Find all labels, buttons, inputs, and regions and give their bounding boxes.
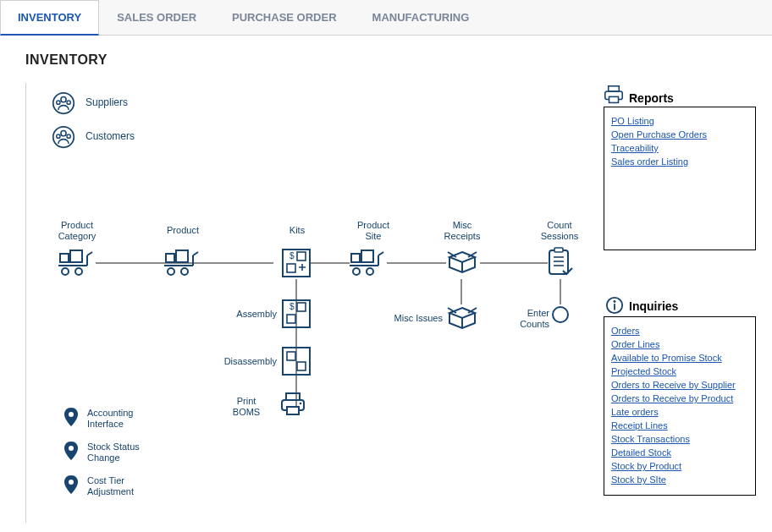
report-link[interactable]: Open Purchase Orders <box>611 129 748 140</box>
label-assembly: Assembly <box>218 309 277 320</box>
people-icon <box>52 125 75 149</box>
svg-rect-9 <box>70 250 82 262</box>
svg-marker-44 <box>449 308 475 318</box>
open-box-icon[interactable] <box>446 304 478 333</box>
inquiry-link[interactable]: Projected Stock <box>611 366 748 376</box>
report-link[interactable]: Sales order Listing <box>611 156 748 167</box>
svg-point-7 <box>67 134 70 138</box>
label-stock-status-change[interactable]: Stock Status Change <box>87 442 163 463</box>
svg-text:$: $ <box>290 251 295 261</box>
inquiry-link[interactable]: Late orders <box>611 407 748 417</box>
svg-point-27 <box>353 268 360 275</box>
svg-point-6 <box>57 134 60 138</box>
pin-icon[interactable] <box>63 408 79 426</box>
connector <box>295 279 297 406</box>
svg-rect-36 <box>287 315 295 323</box>
svg-point-28 <box>367 268 373 275</box>
inquiry-link[interactable]: Detailed Stock <box>611 447 748 458</box>
svg-rect-55 <box>287 407 299 414</box>
svg-rect-65 <box>614 304 615 310</box>
cart-icon[interactable] <box>164 249 201 277</box>
svg-point-64 <box>614 300 616 303</box>
label-misc-issues: Misc Issues <box>385 313 443 324</box>
inquiry-link[interactable]: Receipt Lines <box>611 420 748 431</box>
inquiry-link[interactable]: Order Lines <box>611 339 748 349</box>
svg-rect-39 <box>297 362 306 370</box>
tab-inventory[interactable]: INVENTORY <box>0 0 99 36</box>
svg-rect-15 <box>166 254 174 262</box>
label-product-category: Product Category <box>52 220 102 241</box>
svg-rect-60 <box>609 86 620 91</box>
connector <box>480 262 548 264</box>
inquiry-link[interactable]: Available to Promise Stock <box>611 353 748 363</box>
circle-icon[interactable] <box>552 306 569 323</box>
svg-text:$: $ <box>290 302 295 311</box>
inquiry-link[interactable]: Stock by Product <box>611 461 748 471</box>
cart-icon[interactable] <box>350 249 387 277</box>
tab-bar: INVENTORY SALES ORDER PURCHASE ORDER MAN… <box>0 0 772 36</box>
label-accounting-interface[interactable]: Accounting Interface <box>87 408 163 429</box>
svg-line-19 <box>193 252 198 255</box>
inquiry-link[interactable]: Orders to Receive by Supplier <box>611 380 748 390</box>
kit-icon[interactable]: $ <box>282 249 311 277</box>
tab-sales-order[interactable]: SALES ORDER <box>99 0 214 35</box>
kit-icon[interactable] <box>282 347 311 376</box>
svg-rect-23 <box>361 250 373 262</box>
svg-rect-16 <box>176 250 188 262</box>
inquiries-title: Inquiries <box>629 299 678 313</box>
label-misc-receipts: Misc Receipts <box>437 220 488 241</box>
label-kits: Kits <box>276 225 318 236</box>
reports-box: PO Listing Open Purchase Orders Traceabi… <box>604 107 756 250</box>
label-product-site: Product Site <box>348 220 399 241</box>
label-count-sessions: Count Sessions <box>530 220 589 241</box>
connector <box>460 279 462 304</box>
svg-point-1 <box>61 97 66 102</box>
printer-icon <box>604 85 624 104</box>
svg-rect-22 <box>351 254 360 262</box>
svg-point-57 <box>69 412 74 417</box>
connector <box>560 279 561 304</box>
tab-manufacturing[interactable]: MANUFACTURING <box>355 0 488 35</box>
people-icon <box>52 91 75 115</box>
report-link[interactable]: PO Listing <box>611 116 748 126</box>
svg-rect-48 <box>549 250 568 274</box>
cart-icon[interactable] <box>58 249 96 277</box>
pin-icon[interactable] <box>63 475 79 494</box>
tab-purchase-order[interactable]: PURCHASE ORDER <box>214 0 355 35</box>
inquiry-link[interactable]: Orders <box>611 326 748 336</box>
svg-point-21 <box>181 268 188 275</box>
label-disassembly: Disassembly <box>209 356 277 367</box>
svg-rect-38 <box>287 352 295 360</box>
svg-rect-32 <box>287 264 295 272</box>
svg-point-56 <box>300 403 302 405</box>
svg-rect-49 <box>554 248 563 252</box>
svg-point-59 <box>69 480 74 485</box>
label-enter-counts: Enter Counts <box>512 308 549 329</box>
svg-rect-31 <box>297 252 306 261</box>
svg-point-20 <box>168 268 174 275</box>
svg-rect-62 <box>609 96 619 102</box>
printer-icon[interactable] <box>280 392 306 416</box>
svg-point-3 <box>67 101 70 104</box>
label-cost-tier-adjustment[interactable]: Cost Tier Adjustment <box>87 475 163 496</box>
report-link[interactable]: Traceability <box>611 143 748 153</box>
svg-point-5 <box>61 131 66 136</box>
customers-link[interactable]: Customers <box>85 130 135 142</box>
kit-icon[interactable]: $ <box>282 299 311 328</box>
suppliers-link[interactable]: Suppliers <box>85 96 128 108</box>
svg-point-14 <box>75 268 82 275</box>
inquiry-link[interactable]: Orders to Receive by Product <box>611 393 748 403</box>
reports-title: Reports <box>629 91 674 105</box>
inquiries-box: Orders Order Lines Available to Promise … <box>604 316 756 496</box>
svg-rect-53 <box>286 393 300 400</box>
svg-line-12 <box>87 252 92 255</box>
checklist-icon[interactable] <box>548 247 573 277</box>
inquiry-link[interactable]: Stock by SIte <box>611 474 748 485</box>
svg-rect-35 <box>297 303 306 311</box>
open-box-icon[interactable] <box>446 249 478 277</box>
inquiry-link[interactable]: Stock Transactions <box>611 434 748 444</box>
diagram-canvas: Suppliers Customers Product Category Pro… <box>25 83 753 523</box>
pin-icon[interactable] <box>63 442 79 460</box>
connector <box>387 262 446 264</box>
connector <box>311 262 350 264</box>
